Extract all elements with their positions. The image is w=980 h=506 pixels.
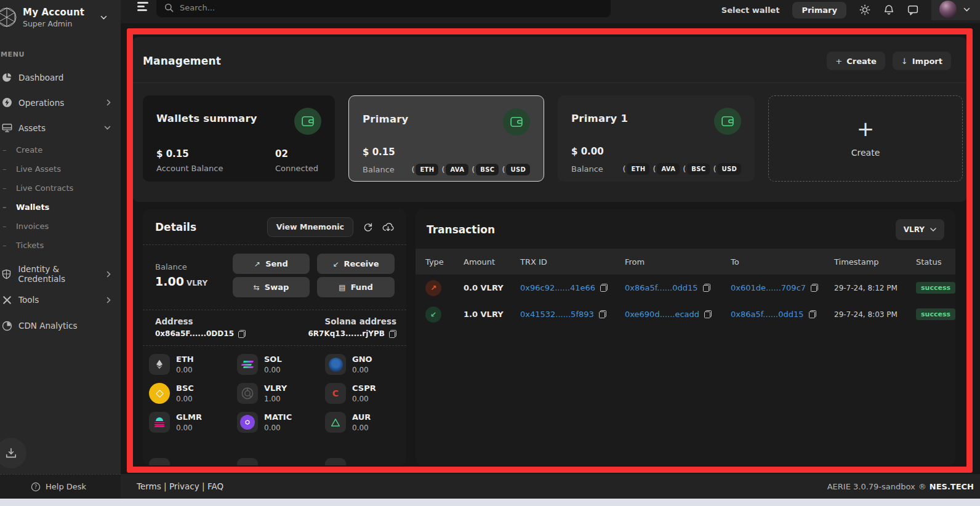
trx-id-link[interactable]: 0x96c92......41e66 <box>520 283 595 292</box>
copy-icon[interactable] <box>703 284 710 292</box>
chain-chips: (ETH (AVA (BSC (USD <box>622 163 741 175</box>
create-wallet-card[interactable]: + Create <box>768 95 963 182</box>
topbar-right: Select wallet Primary <box>721 0 980 22</box>
dash-icon: – <box>2 241 10 250</box>
chip-usd: (USD <box>502 164 530 175</box>
chevron-down-icon[interactable] <box>100 15 107 20</box>
copy-icon[interactable] <box>600 284 608 292</box>
tools-icon <box>1 295 12 305</box>
account-role: Super Admin <box>23 19 84 28</box>
copy-icon[interactable] <box>809 310 816 318</box>
solana-address-label: Solana address <box>308 316 396 326</box>
balance-label: Balance <box>363 165 395 174</box>
status-badge: success <box>916 308 955 320</box>
copy-icon[interactable] <box>704 310 712 318</box>
sidebar-subitem-label: Live Contracts <box>16 183 73 193</box>
management-panel: Management + Create ↓ Import Wallets sum… <box>132 37 967 202</box>
arrow-down-left-icon: ↙ <box>332 260 339 268</box>
import-button[interactable]: ↓ Import <box>893 52 951 70</box>
sidebar-item-label: Tools <box>18 295 39 305</box>
sidebar-item-create[interactable]: – Create <box>0 140 121 159</box>
send-button[interactable]: ↗ Send <box>233 254 310 274</box>
fund-button[interactable]: ▤ Fund <box>317 277 395 297</box>
wallet-card-primary-1[interactable]: Primary 1 $ 0.00 Balance (ETH (AVA (BSC … <box>558 95 755 182</box>
sidebar-item-assets[interactable]: Assets <box>0 115 121 140</box>
sol-icon <box>237 354 258 375</box>
sidebar-item-dashboard[interactable]: Dashboard <box>0 65 121 90</box>
footer-brand: AERIE 3.0.79-sandbox ® NES.TECH <box>827 482 974 491</box>
chip-ava: (AVA <box>653 163 680 175</box>
account-info: My Account Super Admin <box>23 7 84 28</box>
sidebar-item-identity-credentials[interactable]: Identity & Credentials <box>0 261 121 287</box>
sidebar: My Account Super Admin MENU Dashboard Op… <box>0 0 121 474</box>
download-button[interactable] <box>0 438 26 468</box>
shield-icon <box>1 269 12 279</box>
sidebar-subitem-label: Invoices <box>16 222 49 231</box>
token-icon-partial <box>325 458 346 465</box>
to-address-link[interactable]: 0x86a5f......0dd15 <box>731 310 804 319</box>
messages-chat-icon[interactable] <box>907 4 918 15</box>
transaction-panel: Transaction VLRY Type Amount TRX ID From… <box>416 209 955 465</box>
account-switcher[interactable]: My Account Super Admin <box>0 0 121 33</box>
aur-icon <box>325 412 346 433</box>
page-title: Management <box>143 55 221 67</box>
sidebar-item-cdn-analytics[interactable]: CDN Analytics <box>0 313 121 339</box>
receive-button[interactable]: ↙ Receive <box>317 254 395 274</box>
sidebar-item-invoices[interactable]: – Invoices <box>0 217 121 236</box>
from-address-link[interactable]: 0x86a5f......0dd15 <box>625 283 698 292</box>
address-value: 0x86a5F......0DD15 <box>155 329 234 338</box>
notifications-bell-icon[interactable] <box>883 4 894 15</box>
transaction-title: Transaction <box>427 223 495 236</box>
copy-icon[interactable] <box>811 284 818 292</box>
wallet-name: Primary <box>363 113 409 125</box>
sidebar-item-tools[interactable]: Tools <box>0 287 121 313</box>
help-icon: ? <box>31 482 41 492</box>
hamburger-menu-icon[interactable] <box>137 2 148 13</box>
token-list: ETH0.00 SOL0.00 GNO0.00 BSC0.00 VLRY1.00 <box>143 346 406 433</box>
token-sol: SOL0.00 <box>237 354 325 375</box>
copy-icon[interactable] <box>389 330 396 338</box>
address-label: Address <box>155 316 246 326</box>
brand-name: NES.TECH <box>930 482 974 491</box>
sidebar-item-tickets[interactable]: – Tickets <box>0 236 121 255</box>
connected-label: Connected <box>275 164 318 173</box>
transaction-row: ↗ 0.0 VLRY 0x96c92......41e66 0x86a5f...… <box>416 275 955 301</box>
dash-icon: – <box>2 164 10 174</box>
arrow-down-icon: ↓ <box>901 57 908 66</box>
wallet-balance: $ 0.15 <box>363 147 530 158</box>
theme-toggle-sun-icon[interactable] <box>859 4 870 15</box>
chevron-right-icon <box>106 297 111 303</box>
swap-button[interactable]: ⇆ Swap <box>233 277 310 297</box>
copy-icon[interactable] <box>599 310 606 318</box>
user-menu[interactable] <box>931 0 980 20</box>
to-address-link[interactable]: 0x601de......709c7 <box>731 283 806 292</box>
cspr-icon: C <box>325 383 346 404</box>
sidebar-subitem-label: Live Assets <box>16 164 61 174</box>
token-gno: GNO0.00 <box>325 354 406 375</box>
token-cspr: C CSPR0.00 <box>325 383 406 404</box>
view-mnemonic-button[interactable]: View Mnemonic <box>267 217 353 237</box>
trx-id-link[interactable]: 0x41532......5f893 <box>520 310 594 319</box>
wallet-card-primary[interactable]: Primary $ 0.15 Balance (ETH (AVA (BSC (U… <box>348 95 544 182</box>
refresh-icon[interactable] <box>363 222 373 232</box>
chevron-down-icon <box>963 7 970 12</box>
token-icon-partial <box>237 458 258 465</box>
wallet-selector-button[interactable]: Primary <box>792 2 846 18</box>
sidebar-item-operations[interactable]: Operations <box>0 90 121 115</box>
download-icon <box>5 447 17 459</box>
sidebar-item-wallets[interactable]: – Wallets <box>0 198 121 217</box>
create-button[interactable]: + Create <box>827 52 885 70</box>
chip-usd: (USD <box>713 163 741 175</box>
account-name: My Account <box>23 7 84 18</box>
sidebar-item-live-assets[interactable]: – Live Assets <box>0 159 121 179</box>
copy-icon[interactable] <box>238 330 246 338</box>
avatar[interactable] <box>939 1 957 18</box>
from-address-link[interactable]: 0xe690d......ecadd <box>625 310 699 319</box>
search-input[interactable] <box>180 3 603 12</box>
sidebar-item-live-contracts[interactable]: – Live Contracts <box>0 179 121 198</box>
help-desk[interactable]: ? Help Desk <box>0 474 121 499</box>
cloud-download-icon[interactable] <box>382 222 394 232</box>
search-bar[interactable] <box>156 0 611 17</box>
currency-filter-dropdown[interactable]: VLRY <box>896 219 944 240</box>
footer-links[interactable]: Terms | Privacy | FAQ <box>137 481 223 491</box>
